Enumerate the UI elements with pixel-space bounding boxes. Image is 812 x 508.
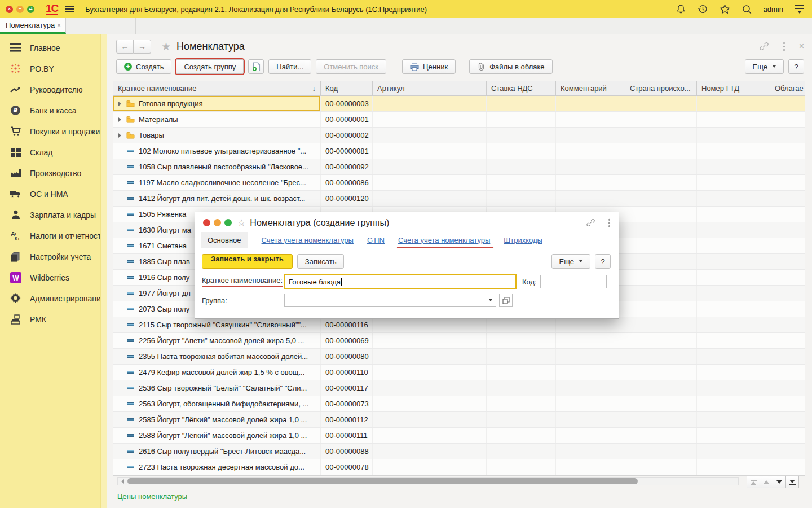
sidebar-item-salary-hr[interactable]: Зарплата и кадры [0, 204, 107, 225]
close-form-icon[interactable]: × [799, 41, 804, 51]
notifications-icon[interactable] [676, 4, 686, 15]
code-input[interactable] [540, 275, 607, 288]
column-header[interactable]: Страна происхо... [625, 81, 697, 95]
table-row[interactable]: 2115 Сыр творожный "Савушкин" "Сливочный… [113, 317, 805, 333]
table-row[interactable]: 1412 Йогурт для пит. детей дошк. и шк. в… [113, 191, 805, 207]
name-cell[interactable]: 2585 Йогурт "Лёгкий" массовой долей жира… [113, 412, 321, 427]
go-next-button[interactable] [773, 476, 786, 488]
sidebar-item-po-by[interactable]: PO.BY [0, 58, 107, 79]
name-cell[interactable]: Готовая продукция [113, 96, 321, 111]
sidebar-item-bank-cash[interactable]: ₽Банк и касса [0, 100, 107, 121]
find-button[interactable]: Найти... [268, 59, 311, 74]
save-and-close-button[interactable]: Записать и закрыть [202, 254, 293, 269]
scroll-left-icon[interactable] [121, 479, 124, 484]
go-first-button[interactable] [747, 476, 760, 488]
table-row[interactable]: 2588 Йогурт "Лёгкий" массовой долей жира… [113, 428, 805, 444]
horizontal-scrollbar[interactable] [117, 477, 739, 485]
main-menu-icon[interactable] [795, 5, 804, 14]
name-cell[interactable]: 2723 Паста творожная десертная массовой … [113, 459, 321, 475]
dialog-get-link-icon[interactable] [586, 218, 595, 227]
cancel-search-button[interactable]: Отменить поиск [316, 59, 386, 74]
name-cell[interactable]: 2355 Паста творожная взбитая массовой до… [113, 349, 321, 364]
name-cell[interactable]: 2616 Сыр полутвердый "Брест-Литовск маас… [113, 444, 321, 459]
create-by-copy-button[interactable] [248, 59, 264, 74]
tab-close-icon[interactable]: × [57, 21, 61, 29]
name-cell[interactable]: 2563 Йогурт, обогащенный бифидобактериям… [113, 396, 321, 411]
favorites-icon[interactable] [720, 4, 730, 15]
table-row[interactable]: 2256 Йогурт "Апети" массовой долей жира … [113, 333, 805, 349]
table-row[interactable]: 1058 Сыр плавленый пастообразный "Ласков… [113, 159, 805, 175]
forward-button[interactable]: → [134, 40, 151, 54]
column-header[interactable]: Краткое наименование↓ [113, 81, 321, 95]
create-button[interactable]: + Создать [116, 59, 171, 74]
name-cell[interactable]: 1412 Йогурт для пит. детей дошк. и шк. в… [113, 191, 321, 206]
name-cell[interactable]: Материалы [113, 112, 321, 127]
dialog-tab-link-3[interactable]: Счета учета номенклатуры [398, 236, 490, 244]
table-row[interactable]: 102 Молоко питьевое ультрапастеризованно… [113, 143, 805, 159]
sidebar-item-production[interactable]: Производство [0, 163, 107, 183]
sidebar-item-manager[interactable]: Руководителю [0, 79, 107, 100]
expand-icon[interactable] [117, 117, 122, 122]
help-button[interactable]: ? [788, 59, 804, 74]
name-cell[interactable]: 1058 Сыр плавленый пастообразный "Ласков… [113, 159, 321, 174]
get-link-icon[interactable] [759, 41, 769, 51]
name-cell[interactable]: 2115 Сыр творожный "Савушкин" "Сливочный… [113, 317, 321, 332]
dialog-tab-link-2[interactable]: GTIN [367, 236, 385, 244]
name-cell[interactable]: Товары [113, 128, 321, 143]
more-button[interactable]: Еще [745, 59, 784, 74]
back-button[interactable]: ← [116, 40, 134, 54]
tab-nomenklatura[interactable]: Номенклатура × [0, 18, 66, 34]
dialog-more-button[interactable]: Еще [551, 254, 590, 269]
sidebar-item-rmk[interactable]: РМК [0, 309, 107, 330]
sidebar-item-main[interactable]: Главное [0, 37, 107, 58]
name-input[interactable]: Готовые блюда [284, 274, 517, 289]
dialog-tab-link-1[interactable]: Счета учета номенклатуры [262, 236, 354, 244]
name-cell[interactable]: 2256 Йогурт "Апети" массовой долей жира … [113, 333, 321, 348]
column-header[interactable]: Артикул [373, 81, 487, 95]
column-header[interactable]: Номер ГТД [697, 81, 770, 95]
price-tag-button[interactable]: Ценник [402, 59, 456, 74]
column-header[interactable]: Комментарий [556, 81, 625, 95]
expand-icon[interactable] [117, 102, 122, 106]
group-dropdown-icon[interactable] [484, 294, 496, 306]
column-header[interactable]: Код [321, 81, 373, 95]
table-row[interactable]: Товары00-00000002 [113, 128, 805, 143]
table-row[interactable]: Готовая продукция00-00000003 [113, 96, 805, 112]
table-row[interactable]: 2479 Кефир массовой долей жир 1,5 % с ов… [113, 365, 805, 380]
table-row[interactable]: 2723 Паста творожная десертная массовой … [113, 459, 805, 475]
table-row[interactable]: 2536 Сыр творожный "Белый" "Салатный" "С… [113, 380, 805, 396]
sidebar-item-accounting-settings[interactable]: Настройки учета [0, 246, 107, 267]
adapt-window-icon[interactable]: ⇄ [27, 6, 34, 13]
table-row[interactable]: 2585 Йогурт "Лёгкий" массовой долей жира… [113, 412, 805, 428]
table-row[interactable]: 1197 Масло сладкосливочное несоленое "Бр… [113, 175, 805, 191]
dialog-tab-main[interactable]: Основное [201, 232, 248, 248]
dialog-more-menu-icon[interactable] [608, 218, 611, 227]
table-row[interactable]: 2616 Сыр полутвердый "Брест-Литовск маас… [113, 444, 805, 459]
dialog-help-button[interactable]: ? [595, 254, 611, 269]
column-header[interactable]: Облагае [770, 81, 805, 95]
group-choose-button[interactable] [499, 294, 513, 307]
history-icon[interactable] [698, 4, 708, 15]
cloud-files-button[interactable]: Файлы в облаке [469, 59, 552, 74]
sidebar-item-taxes-reports[interactable]: ДтКтНалоги и отчетность [0, 225, 107, 246]
sidebar-scrollbar[interactable] [100, 34, 107, 508]
dialog-minimize-icon[interactable] [214, 219, 221, 226]
create-group-button[interactable]: Создать группу [176, 59, 244, 74]
sidebar-item-wildberries[interactable]: WWildberries [0, 267, 107, 288]
expand-icon[interactable] [117, 133, 122, 138]
name-cell[interactable]: 2536 Сыр творожный "Белый" "Салатный" "С… [113, 380, 321, 396]
favorite-star-icon[interactable]: ★ [161, 40, 171, 53]
save-button[interactable]: Записать [297, 254, 345, 269]
table-row[interactable]: 2355 Паста творожная взбитая массовой до… [113, 349, 805, 365]
column-header[interactable]: Ставка НДС [487, 81, 556, 95]
group-combobox[interactable] [284, 294, 496, 307]
nomenclature-prices-link[interactable]: Цены номенклатуры [117, 492, 187, 501]
sidebar-item-administration[interactable]: Администрирование [0, 288, 107, 309]
name-cell[interactable]: 2479 Кефир массовой долей жир 1,5 % с ов… [113, 365, 321, 380]
dialog-adapt-icon[interactable] [224, 219, 232, 226]
sidebar-item-purchases-sales[interactable]: Покупки и продажи [0, 121, 107, 142]
name-cell[interactable]: 2588 Йогурт "Лёгкий" массовой долей жира… [113, 428, 321, 443]
dialog-tab-link-4[interactable]: Штрихкоды [504, 236, 542, 244]
scrollbar-thumb[interactable] [127, 478, 638, 484]
table-row[interactable]: Материалы00-00000001 [113, 112, 805, 128]
